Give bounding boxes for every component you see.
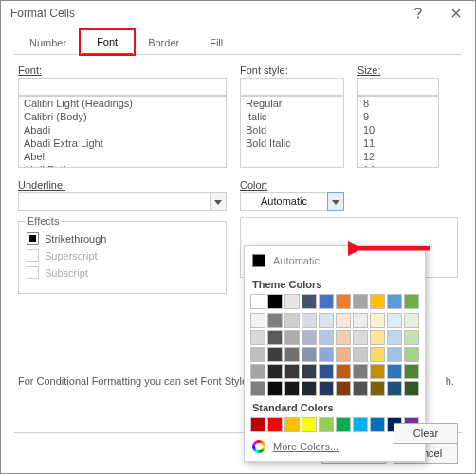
color-swatch[interactable] (302, 313, 317, 328)
size-list[interactable]: 8 9 10 11 12 14 (357, 96, 439, 168)
list-item[interactable]: Abril Fatface (19, 163, 226, 168)
help-button[interactable] (399, 1, 437, 26)
color-swatch[interactable] (284, 294, 300, 309)
color-swatch[interactable] (284, 330, 300, 345)
color-swatch[interactable] (284, 381, 300, 396)
list-item[interactable]: Calibri Light (Headings) (19, 97, 226, 110)
color-dropdown-arrow[interactable] (327, 192, 344, 211)
color-swatch[interactable] (267, 364, 283, 379)
tab-number[interactable]: Number (14, 32, 82, 54)
fontstyle-input[interactable] (240, 78, 344, 96)
color-swatch[interactable] (404, 330, 419, 345)
color-swatch[interactable] (404, 294, 419, 309)
list-item[interactable]: Bold (241, 123, 343, 137)
color-swatch[interactable] (284, 313, 300, 328)
list-item[interactable]: Abadi (19, 123, 226, 137)
color-swatch[interactable] (267, 381, 283, 396)
color-swatch[interactable] (353, 381, 368, 396)
color-swatch[interactable] (404, 364, 419, 379)
underline-combo[interactable] (18, 192, 227, 211)
color-swatch[interactable] (302, 417, 317, 432)
automatic-color[interactable]: Automatic (250, 251, 419, 273)
color-swatch[interactable] (404, 381, 419, 396)
color-swatch[interactable] (336, 381, 351, 396)
color-swatch[interactable] (387, 381, 402, 396)
tab-border[interactable]: Border (133, 32, 194, 54)
fontstyle-list[interactable]: Regular Italic Bold Bold Italic (240, 96, 344, 168)
color-swatch[interactable] (336, 417, 351, 432)
color-swatch[interactable] (336, 313, 351, 328)
color-swatch[interactable] (250, 381, 265, 396)
color-swatch[interactable] (319, 313, 334, 328)
color-swatch[interactable] (267, 330, 283, 345)
color-swatch[interactable] (284, 417, 300, 432)
color-swatch[interactable] (267, 417, 283, 432)
list-item[interactable]: Regular (241, 97, 343, 110)
color-swatch[interactable] (387, 364, 402, 379)
list-item[interactable]: 12 (358, 150, 438, 163)
color-swatch[interactable] (336, 294, 351, 309)
color-swatch[interactable] (336, 347, 351, 362)
color-swatch[interactable] (370, 347, 385, 362)
font-input[interactable] (18, 78, 227, 96)
color-swatch[interactable] (353, 364, 368, 379)
color-swatch[interactable] (353, 417, 368, 432)
color-swatch[interactable] (370, 364, 385, 379)
color-swatch[interactable] (319, 330, 334, 345)
list-item[interactable]: Abadi Extra Light (19, 137, 226, 150)
color-swatch[interactable] (353, 313, 368, 328)
color-swatch[interactable] (250, 330, 265, 345)
color-swatch[interactable] (370, 381, 385, 396)
color-swatch[interactable] (284, 347, 300, 362)
color-swatch[interactable] (319, 417, 334, 432)
color-swatch[interactable] (267, 347, 283, 362)
color-swatch[interactable] (267, 294, 283, 309)
color-swatch[interactable] (387, 313, 402, 328)
color-swatch[interactable] (267, 313, 283, 328)
color-swatch[interactable] (250, 364, 265, 379)
clear-button[interactable]: Clear (394, 423, 458, 444)
color-swatch[interactable] (319, 364, 334, 379)
font-list[interactable]: Calibri Light (Headings) Calibri (Body) … (18, 96, 227, 168)
tab-font[interactable]: Font (82, 31, 133, 55)
color-swatch[interactable] (387, 294, 402, 309)
underline-dropdown-arrow[interactable] (210, 192, 227, 211)
list-item[interactable]: Calibri (Body) (19, 110, 226, 123)
strikethrough-checkbox[interactable]: Strikethrough (27, 232, 218, 245)
color-swatch[interactable] (387, 330, 402, 345)
size-input[interactable] (357, 78, 439, 96)
tab-fill[interactable]: Fill (194, 32, 238, 54)
color-swatch[interactable] (284, 364, 300, 379)
color-swatch[interactable] (319, 381, 334, 396)
color-swatch[interactable] (370, 294, 385, 309)
close-button[interactable] (437, 1, 475, 26)
color-swatch[interactable] (319, 294, 334, 309)
list-item[interactable]: 14 (358, 163, 438, 168)
color-swatch[interactable] (250, 294, 265, 309)
color-swatch[interactable] (250, 417, 265, 432)
color-combo[interactable]: Automatic (240, 192, 344, 211)
list-item[interactable]: Abel (19, 150, 226, 163)
color-swatch[interactable] (404, 347, 419, 362)
list-item[interactable]: 8 (358, 97, 438, 110)
color-swatch[interactable] (336, 330, 351, 345)
color-swatch[interactable] (302, 294, 317, 309)
color-swatch[interactable] (370, 417, 385, 432)
color-swatch[interactable] (370, 313, 385, 328)
color-swatch[interactable] (387, 347, 402, 362)
list-item[interactable]: 11 (358, 137, 438, 150)
color-swatch[interactable] (353, 347, 368, 362)
color-swatch[interactable] (302, 364, 317, 379)
color-swatch[interactable] (353, 294, 368, 309)
color-swatch[interactable] (404, 313, 419, 328)
color-swatch[interactable] (319, 347, 334, 362)
color-swatch[interactable] (336, 364, 351, 379)
color-swatch[interactable] (353, 330, 368, 345)
color-swatch[interactable] (250, 313, 265, 328)
list-item[interactable]: Italic (241, 110, 343, 123)
list-item[interactable]: Bold Italic (241, 137, 343, 150)
color-swatch[interactable] (302, 347, 317, 362)
list-item[interactable]: 10 (358, 123, 438, 137)
color-swatch[interactable] (302, 330, 317, 345)
color-swatch[interactable] (370, 330, 385, 345)
